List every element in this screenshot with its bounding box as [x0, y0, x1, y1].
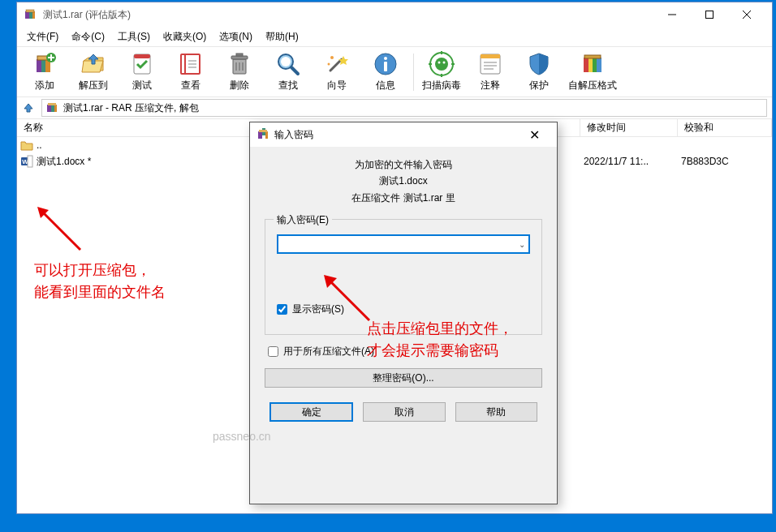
tool-protect[interactable]: 保护 — [515, 49, 563, 96]
tool-sfx[interactable]: 自解压格式 — [563, 49, 622, 96]
virus-icon — [429, 51, 455, 77]
titlebar: 测试1.rar (评估版本) — [17, 2, 772, 27]
password-input[interactable]: ⌄ — [277, 234, 530, 254]
dialog-close-button[interactable]: ✕ — [518, 127, 550, 143]
use-for-all-checkbox[interactable] — [268, 346, 278, 357]
info-icon — [373, 51, 399, 77]
tool-info[interactable]: 信息 — [361, 49, 410, 96]
svg-rect-57 — [54, 105, 57, 112]
svg-rect-65 — [259, 130, 267, 132]
docx-icon: W — [20, 155, 33, 168]
tool-virus[interactable]: 扫描病毒 — [417, 49, 466, 96]
svg-point-29 — [281, 57, 291, 66]
winrar-app-icon — [24, 8, 37, 21]
password-dialog: 输入密码 ✕ 为加密的文件输入密码 测试1.docx 在压缩文件 测试1.rar… — [249, 122, 558, 504]
show-password-label: 显示密码(S) — [292, 302, 344, 316]
path-row: 测试1.rar - RAR 压缩文件, 解包 — [17, 97, 772, 119]
svg-rect-2 — [32, 11, 35, 19]
help-button[interactable]: 帮助 — [455, 402, 537, 422]
svg-rect-16 — [134, 54, 150, 58]
chevron-down-icon[interactable]: ⌄ — [519, 240, 525, 249]
col-crc[interactable]: 校验和 — [678, 119, 772, 136]
extract-icon — [80, 51, 106, 77]
show-password-checkbox[interactable] — [277, 304, 287, 315]
ok-button[interactable]: 确定 — [269, 402, 353, 422]
minimize-button[interactable] — [653, 2, 691, 27]
svg-point-44 — [443, 62, 446, 64]
svg-rect-1 — [29, 11, 32, 19]
tool-comment[interactable]: 注释 — [466, 49, 515, 96]
svg-rect-62 — [258, 131, 262, 139]
address-bar[interactable]: 测试1.rar - RAR 压缩文件, 解包 — [41, 99, 767, 117]
svg-line-30 — [291, 67, 298, 74]
maximize-button[interactable] — [691, 2, 728, 27]
svg-point-32 — [330, 56, 334, 59]
svg-rect-5 — [706, 11, 713, 19]
svg-rect-51 — [588, 58, 593, 72]
manage-passwords-button[interactable]: 整理密码(O)... — [265, 368, 542, 388]
menu-options[interactable]: 选项(N) — [213, 28, 259, 45]
add-icon — [32, 51, 58, 77]
svg-rect-55 — [47, 105, 51, 112]
svg-rect-61 — [28, 156, 32, 167]
password-legend: 输入密码(E) — [274, 213, 332, 227]
tool-find[interactable]: 查找 — [264, 49, 313, 96]
svg-point-38 — [435, 58, 448, 71]
sfx-icon — [580, 51, 606, 77]
menu-file[interactable]: 文件(F) — [20, 28, 65, 45]
view-icon — [178, 51, 204, 77]
svg-point-43 — [438, 62, 441, 64]
wizard-icon — [324, 51, 350, 77]
svg-rect-3 — [26, 10, 34, 12]
svg-rect-8 — [37, 59, 41, 72]
up-folder-icon[interactable] — [22, 101, 35, 114]
svg-point-33 — [328, 63, 330, 66]
protect-icon — [526, 51, 552, 77]
tool-view[interactable]: 查看 — [166, 49, 215, 96]
menubar: 文件(F) 命令(C) 工具(S) 收藏夹(O) 选项(N) 帮助(H) — [17, 27, 772, 46]
tool-add[interactable]: 添加 — [20, 49, 69, 96]
dialog-message: 为加密的文件输入密码 测试1.docx 在压缩文件 测试1.rar 里 — [265, 157, 542, 206]
svg-rect-53 — [597, 58, 601, 72]
tool-extract[interactable]: 解压到 — [69, 49, 118, 96]
svg-rect-9 — [41, 59, 45, 72]
archive-icon — [45, 101, 58, 114]
menu-command[interactable]: 命令(C) — [65, 28, 111, 45]
svg-point-35 — [384, 57, 387, 60]
svg-line-31 — [330, 59, 342, 71]
svg-rect-56 — [51, 105, 54, 112]
menu-help[interactable]: 帮助(H) — [259, 28, 305, 45]
find-icon — [275, 51, 301, 77]
use-for-all-label: 用于所有压缩文件(A) — [283, 345, 374, 358]
svg-rect-58 — [48, 103, 56, 105]
dialog-title: 输入密码 — [274, 128, 518, 142]
delete-icon — [226, 51, 252, 77]
svg-rect-54 — [584, 55, 601, 58]
svg-rect-52 — [593, 58, 597, 72]
tool-delete[interactable]: 删除 — [215, 49, 264, 96]
path-text: 测试1.rar - RAR 压缩文件, 解包 — [63, 101, 199, 115]
window-title: 测试1.rar (评估版本) — [43, 8, 131, 22]
svg-rect-0 — [25, 11, 29, 19]
svg-rect-24 — [236, 54, 243, 56]
password-group: 输入密码(E) ⌄ 显示密码(S) — [265, 219, 542, 335]
close-button[interactable] — [728, 2, 765, 27]
dialog-titlebar: 输入密码 ✕ — [250, 122, 557, 147]
dialog-app-icon — [257, 128, 269, 141]
tool-wizard[interactable]: 向导 — [313, 49, 361, 96]
menu-tools[interactable]: 工具(S) — [111, 28, 157, 45]
cancel-button[interactable]: 取消 — [363, 402, 445, 422]
tool-test[interactable]: 测试 — [118, 49, 166, 96]
svg-rect-36 — [384, 62, 387, 71]
col-modified[interactable]: 修改时间 — [580, 119, 678, 136]
svg-rect-46 — [481, 54, 500, 58]
comment-icon — [477, 51, 503, 77]
toolbar-separator — [413, 54, 414, 91]
svg-rect-23 — [231, 56, 248, 59]
svg-rect-64 — [265, 131, 268, 139]
folder-icon — [20, 139, 33, 152]
toolbar: 添加 解压到 测试 查看 删除 查找 向导 信息 扫描病毒 注释 保护 自解压格… — [17, 46, 772, 97]
menu-favorites[interactable]: 收藏夹(O) — [157, 28, 213, 45]
test-icon — [129, 51, 155, 77]
svg-rect-50 — [584, 58, 588, 72]
